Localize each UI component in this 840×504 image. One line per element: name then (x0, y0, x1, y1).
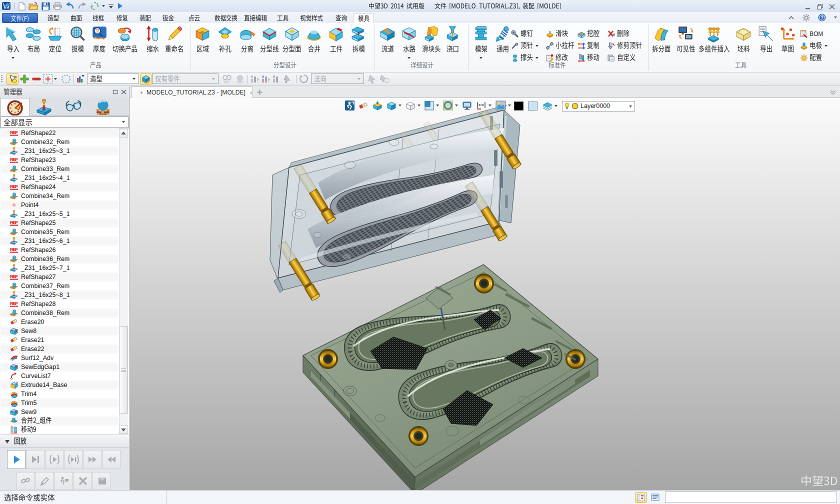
svg-text:REF: REF (10, 274, 18, 279)
svg-text:REF: REF (10, 300, 18, 306)
svg-text:REF: REF (10, 246, 18, 252)
svg-text:DEF: DEF (238, 81, 242, 84)
svg-text:?: ? (96, 28, 99, 34)
svg-text:REF: REF (10, 156, 18, 162)
svg-text:REF: REF (10, 220, 18, 225)
svg-text:REF: REF (10, 130, 18, 135)
svg-text:REF: REF (10, 184, 18, 189)
svg-text:BOM: BOM (801, 31, 805, 33)
svg-text:REF: REF (224, 80, 229, 84)
svg-text:?: ? (820, 15, 824, 20)
